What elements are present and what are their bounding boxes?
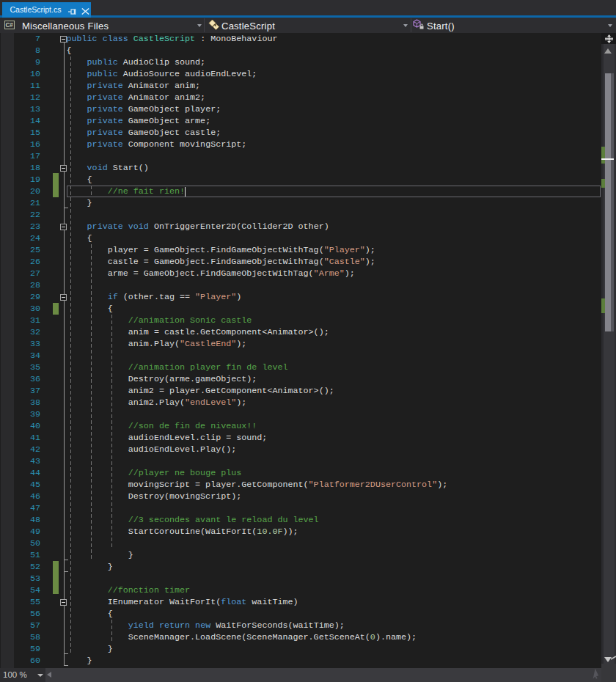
- svg-text:C#: C#: [5, 22, 13, 29]
